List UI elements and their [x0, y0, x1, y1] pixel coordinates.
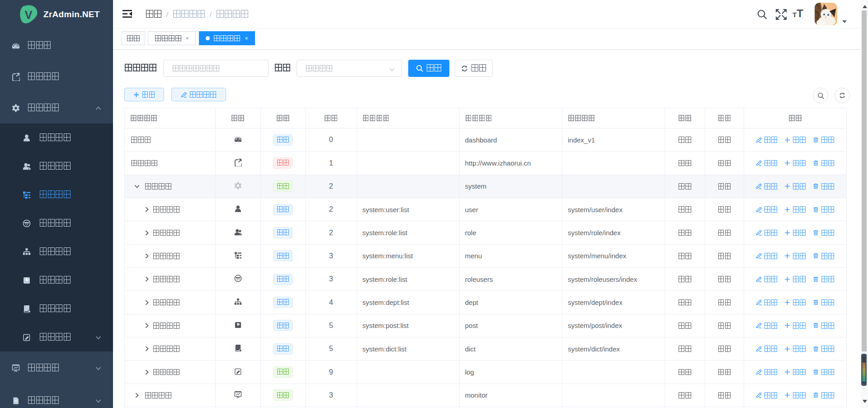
svg-text:V: V	[25, 9, 33, 21]
